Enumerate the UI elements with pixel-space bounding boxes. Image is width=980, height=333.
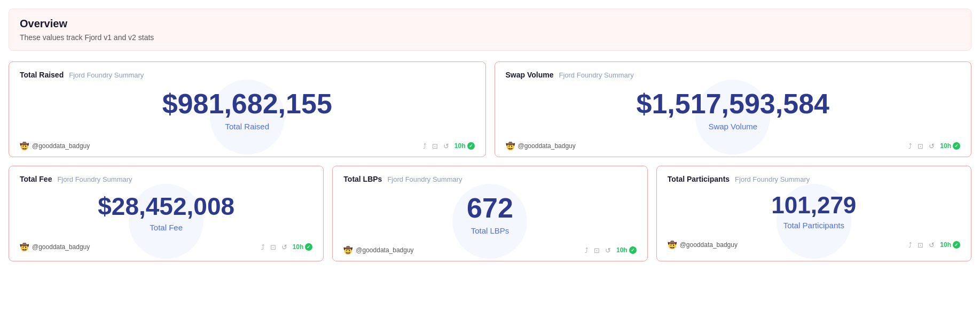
top-cards-row: Total Raised Fjord Foundry Summary $981,…	[9, 61, 971, 157]
total-raised-card: Total Raised Fjord Foundry Summary $981,…	[9, 61, 486, 157]
total-raised-footer: 🤠 @gooddata_badguy ⤴ ⊡ ↺ 10h	[20, 142, 475, 150]
refresh-icon[interactable]: ↺	[281, 243, 287, 251]
total-participants-title: Total Participants	[668, 175, 730, 183]
total-participants-author: 🤠 @gooddata_badguy	[668, 241, 738, 249]
total-participants-footer: 🤠 @gooddata_badguy ⤴ ⊡ ↺ 10h	[668, 241, 960, 249]
total-participants-content: 101,279 Total Participants	[668, 192, 960, 230]
export-icon[interactable]: ⤴	[908, 241, 912, 249]
swap-volume-title: Swap Volume	[506, 71, 554, 79]
swap-volume-actions: ⤴ ⊡ ↺ 10h	[908, 142, 960, 150]
total-participants-subtitle: Fjord Foundry Summary	[735, 175, 810, 183]
total-participants-value: 101,279	[668, 192, 960, 219]
camera-icon[interactable]: ⊡	[918, 241, 923, 249]
total-lbps-actions: ⤴ ⊡ ↺ 10h	[585, 246, 637, 254]
time-badge: 10h	[940, 142, 960, 150]
refresh-icon[interactable]: ↺	[929, 142, 935, 150]
total-fee-subtitle: Fjord Foundry Summary	[57, 175, 132, 183]
camera-icon[interactable]: ⊡	[432, 142, 438, 150]
camera-icon[interactable]: ⊡	[270, 243, 276, 251]
export-icon[interactable]: ⤴	[908, 142, 912, 150]
total-fee-title: Total Fee	[20, 175, 52, 183]
camera-icon[interactable]: ⊡	[594, 246, 600, 254]
total-participants-actions: ⤴ ⊡ ↺ 10h	[908, 241, 960, 249]
total-participants-author-name: @gooddata_badguy	[680, 241, 738, 249]
overview-title: Overview	[20, 18, 960, 30]
refresh-icon[interactable]: ↺	[605, 246, 611, 254]
author-emoji-icon: 🤠	[668, 241, 677, 249]
overview-header: Overview These values track Fjord v1 and…	[9, 9, 971, 51]
export-icon[interactable]: ⤴	[261, 243, 265, 251]
total-raised-title: Total Raised	[20, 71, 64, 79]
total-fee-card: Total Fee Fjord Foundry Summary $28,452,…	[9, 166, 324, 261]
export-icon[interactable]: ⤴	[585, 246, 589, 254]
author-emoji-icon: 🤠	[506, 142, 515, 150]
total-raised-label: Total Raised	[20, 122, 475, 131]
swap-volume-label: Swap Volume	[506, 122, 961, 131]
total-fee-content: $28,452,008 Total Fee	[20, 192, 312, 232]
swap-volume-card: Swap Volume Fjord Foundry Summary $1,517…	[495, 61, 972, 157]
bottom-cards-row: Total Fee Fjord Foundry Summary $28,452,…	[9, 166, 971, 261]
time-badge: 10h	[454, 142, 475, 150]
total-raised-content: $981,682,155 Total Raised	[20, 88, 475, 131]
swap-volume-author: 🤠 @gooddata_badguy	[506, 142, 576, 150]
total-participants-label: Total Participants	[668, 221, 960, 230]
total-fee-author-name: @gooddata_badguy	[32, 243, 90, 251]
total-raised-author-name: @gooddata_badguy	[32, 142, 90, 150]
swap-volume-footer: 🤠 @gooddata_badguy ⤴ ⊡ ↺ 10h	[506, 142, 961, 150]
total-fee-footer: 🤠 @gooddata_badguy ⤴ ⊡ ↺ 10h	[20, 243, 312, 251]
time-badge: 10h	[940, 241, 960, 249]
author-emoji-icon: 🤠	[343, 246, 352, 254]
total-participants-card: Total Participants Fjord Foundry Summary…	[656, 166, 971, 261]
total-fee-actions: ⤴ ⊡ ↺ 10h	[261, 243, 313, 251]
total-lbps-footer: 🤠 @gooddata_badguy ⤴ ⊡ ↺ 10h	[343, 246, 636, 254]
swap-volume-value: $1,517,593,584	[506, 88, 961, 120]
total-lbps-content: 672 Total LBPs	[343, 192, 636, 235]
swap-volume-content: $1,517,593,584 Swap Volume	[506, 88, 961, 131]
total-lbps-author-name: @gooddata_badguy	[356, 246, 413, 254]
total-raised-value: $981,682,155	[20, 88, 475, 120]
total-fee-author: 🤠 @gooddata_badguy	[20, 243, 90, 251]
time-badge: 10h	[293, 243, 313, 251]
swap-volume-author-name: @gooddata_badguy	[518, 142, 576, 150]
total-lbps-value: 672	[343, 192, 636, 224]
card-header-swap-volume: Swap Volume Fjord Foundry Summary	[506, 71, 961, 79]
total-lbps-title: Total LBPs	[343, 175, 382, 183]
total-lbps-author: 🤠 @gooddata_badguy	[343, 246, 413, 254]
card-header-total-raised: Total Raised Fjord Foundry Summary	[20, 71, 475, 79]
total-lbps-card: Total LBPs Fjord Foundry Summary 672 Tot…	[332, 166, 647, 261]
refresh-icon[interactable]: ↺	[929, 241, 935, 249]
card-header-total-fee: Total Fee Fjord Foundry Summary	[20, 175, 312, 183]
swap-volume-subtitle: Fjord Foundry Summary	[559, 71, 633, 79]
card-header-total-participants: Total Participants Fjord Foundry Summary	[668, 175, 960, 183]
author-emoji-icon: 🤠	[20, 142, 29, 150]
overview-subtitle: These values track Fjord v1 and v2 stats	[20, 33, 960, 42]
total-lbps-label: Total LBPs	[343, 226, 636, 235]
author-emoji-icon: 🤠	[20, 243, 29, 251]
total-fee-label: Total Fee	[20, 223, 312, 232]
time-badge: 10h	[616, 246, 637, 254]
card-header-total-lbps: Total LBPs Fjord Foundry Summary	[343, 175, 636, 183]
total-raised-subtitle: Fjord Foundry Summary	[69, 71, 144, 79]
camera-icon[interactable]: ⊡	[918, 142, 923, 150]
total-raised-author: 🤠 @gooddata_badguy	[20, 142, 90, 150]
total-raised-actions: ⤴ ⊡ ↺ 10h	[423, 142, 475, 150]
export-icon[interactable]: ⤴	[423, 142, 427, 150]
total-lbps-subtitle: Fjord Foundry Summary	[387, 175, 462, 183]
refresh-icon[interactable]: ↺	[443, 142, 449, 150]
total-fee-value: $28,452,008	[20, 192, 312, 221]
